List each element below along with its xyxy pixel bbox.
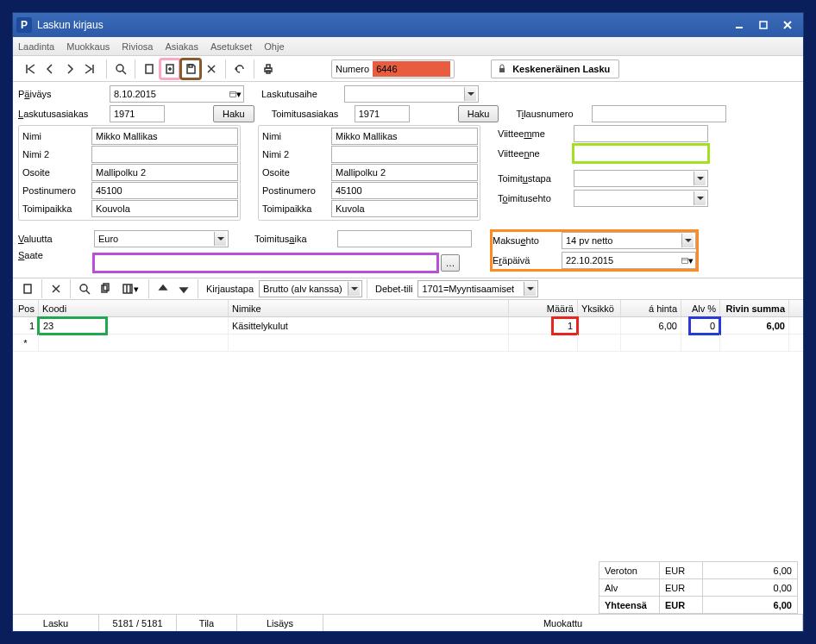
paivays-value: 8.10.2015 — [114, 89, 156, 99]
col-hinta[interactable]: á hinta — [621, 300, 681, 316]
last-button[interactable] — [80, 59, 99, 78]
new-record-button[interactable] — [160, 59, 179, 78]
line-toolbar: ▾ Kirjaustapa Brutto (alv kanssa) Debet-… — [13, 278, 803, 300]
col-koodi[interactable]: Koodi — [39, 300, 229, 316]
col-alv[interactable]: Alv % — [681, 300, 720, 316]
kirjaustapa-label: Kirjaustapa — [203, 284, 257, 294]
col-summa[interactable]: Rivin summa — [720, 300, 789, 316]
line-search-button[interactable] — [75, 279, 94, 298]
totals-veroton-cur: EUR — [660, 562, 703, 579]
toimitusasiakas-input[interactable]: 1971 — [355, 105, 410, 122]
status-lasku: Lasku — [13, 615, 99, 631]
valuutta-select[interactable]: Euro — [94, 230, 229, 247]
menu-muokkaus[interactable]: Muokkaus — [66, 41, 110, 52]
svg-rect-6 — [146, 65, 153, 73]
valuutta-label: Valuutta — [18, 234, 91, 244]
menu-asiakas[interactable]: Asiakas — [165, 41, 198, 52]
menu-riviosa[interactable]: Riviosa — [122, 41, 153, 52]
svg-rect-16 — [499, 68, 505, 72]
viitteenne-input[interactable] — [574, 145, 708, 162]
window-title: Laskun kirjaus — [37, 19, 727, 31]
haku-ship-button[interactable]: Haku — [458, 105, 499, 122]
col-yksikko[interactable]: Yksikkö — [578, 300, 621, 316]
grid-row-new[interactable]: * — [13, 335, 803, 352]
bill-postinumero-input[interactable]: 45100 — [91, 182, 238, 199]
tilausnumero-input[interactable] — [592, 105, 726, 122]
toimitusaika-input[interactable] — [337, 230, 472, 247]
cell-alv[interactable]: 0 — [681, 317, 720, 334]
titlebar: P Laskun kirjaus — [13, 13, 803, 37]
erapaiva-input[interactable]: 22.10.2015 ▾ — [562, 252, 696, 269]
next-button[interactable] — [60, 59, 79, 78]
cell-yksikko[interactable] — [578, 317, 621, 334]
form-area: Päiväys 8.10.2015 ▾ Laskutusaihe Laskutu… — [13, 82, 803, 278]
undo-button[interactable] — [230, 59, 249, 78]
debet-tili-select[interactable]: 1701=Myyntisaamiset — [417, 280, 538, 297]
ship-nimi-input[interactable]: Mikko Mallikas — [331, 128, 478, 145]
calendar-icon[interactable]: ▾ — [229, 88, 242, 100]
cell-pos[interactable]: 1 — [13, 317, 39, 334]
numero-field[interactable]: 6446 — [373, 61, 450, 77]
menu-laadinta[interactable]: Laadinta — [18, 41, 54, 52]
maximize-button[interactable] — [751, 16, 775, 34]
search-button[interactable] — [111, 59, 130, 78]
col-pos[interactable]: Pos — [13, 300, 39, 316]
new-page-button[interactable] — [140, 59, 159, 78]
line-delete-button[interactable] — [47, 279, 66, 298]
col-maara[interactable]: Määrä — [509, 300, 578, 316]
line-copy-button[interactable] — [96, 279, 115, 298]
paivays-input[interactable]: 8.10.2015 ▾ — [110, 85, 244, 103]
line-down-button[interactable] — [174, 279, 193, 298]
svg-rect-17 — [230, 91, 236, 97]
ship-postinumero-input[interactable]: 45100 — [331, 182, 478, 199]
bill-nimi2-input[interactable] — [91, 146, 238, 163]
laskutusasiakas-input[interactable]: 1971 — [110, 105, 165, 122]
ship-toimipaikka-input[interactable]: Kuvola — [331, 200, 478, 217]
cell-summa[interactable]: 6,00 — [720, 317, 789, 334]
saate-input[interactable] — [94, 254, 437, 272]
print-button[interactable] — [259, 59, 278, 78]
new-row-marker: * — [13, 335, 39, 351]
cell-koodi[interactable]: 23 — [39, 317, 229, 334]
laskutusaihe-select[interactable] — [344, 85, 479, 103]
cell-nimike[interactable]: Käsittelykulut — [229, 317, 509, 334]
svg-point-24 — [80, 284, 87, 291]
bill-nimi-input[interactable]: Mikko Mallikas — [91, 128, 238, 145]
toimitusehto-select[interactable] — [574, 190, 708, 207]
calendar-icon[interactable]: ▾ — [681, 254, 694, 266]
saate-more-button[interactable]: … — [441, 254, 460, 272]
cell-maara[interactable]: 1 — [509, 317, 578, 334]
status-pill[interactable]: Keskeneräinen Lasku — [491, 59, 619, 78]
haku-bill-button[interactable]: Haku — [213, 105, 254, 122]
billing-address-block: NimiMikko Mallikas Nimi 2 OsoiteMallipol… — [18, 125, 241, 221]
bill-toimipaikka-input[interactable]: Kouvola — [91, 200, 238, 217]
delete-button[interactable] — [202, 59, 221, 78]
saate-label: Saate — [18, 250, 91, 260]
close-button[interactable] — [775, 16, 800, 34]
minimize-button[interactable] — [727, 16, 751, 34]
cell-hinta[interactable]: 6,00 — [621, 317, 681, 334]
save-button[interactable] — [181, 59, 200, 78]
svg-rect-10 — [189, 65, 192, 67]
grid-row[interactable]: 1 23 Käsittelykulut 1 6,00 0 6,00 — [13, 317, 803, 335]
toimitustapa-select[interactable] — [574, 170, 708, 187]
line-up-button[interactable] — [154, 279, 173, 298]
svg-rect-1 — [760, 22, 767, 28]
ship-osoite-input[interactable]: Mallipolku 2 — [331, 164, 478, 181]
col-nimike[interactable]: Nimike — [229, 300, 509, 316]
menu-ohje[interactable]: Ohje — [264, 41, 284, 52]
prev-button[interactable] — [41, 59, 60, 78]
totals-alv-cur: EUR — [660, 579, 703, 597]
maksuehto-select[interactable]: 14 pv netto — [562, 232, 696, 249]
menu-asetukset[interactable]: Asetukset — [210, 41, 252, 52]
ship-nimi2-input[interactable] — [331, 146, 478, 163]
bill-osoite-input[interactable]: Mallipolku 2 — [91, 164, 238, 181]
line-new-button[interactable] — [18, 279, 37, 298]
viitteemme-input[interactable] — [574, 125, 708, 142]
toimitusehto-label: Toimitusehto — [498, 193, 570, 203]
first-button[interactable] — [21, 59, 40, 78]
viitteenne-label: Viitteenne — [498, 148, 570, 159]
kirjaustapa-select[interactable]: Brutto (alv kanssa) — [259, 280, 362, 297]
line-columns-button[interactable]: ▾ — [116, 279, 144, 298]
paivays-label: Päiväys — [18, 89, 106, 99]
